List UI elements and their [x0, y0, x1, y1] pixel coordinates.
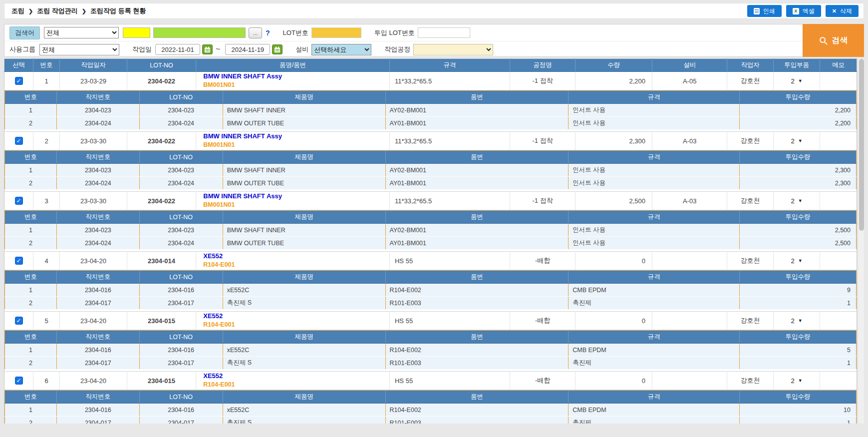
work-process-select[interactable]	[413, 44, 493, 55]
item-spec: 11*33,2*65.5	[389, 132, 510, 150]
breadcrumb-item-section[interactable]: 조립 작업관리	[37, 6, 78, 15]
component-order-no[interactable]: 2304-023	[57, 164, 139, 177]
row-checkbox[interactable]: ✓	[15, 317, 23, 325]
input-parts-toggle[interactable]: 2 ▼	[788, 317, 805, 325]
scrollbar-thumb[interactable]	[859, 59, 864, 231]
component-name[interactable]: 촉진제 S	[223, 357, 385, 370]
select-cell: ✓	[4, 252, 33, 270]
component-order-no[interactable]: 2304-017	[57, 417, 139, 424]
item-name[interactable]: XE552	[203, 252, 386, 261]
component-row: 2 2304-017 2304-017 촉진제 S R101-E003 촉진제 …	[5, 297, 857, 310]
component-order-no[interactable]: 2304-024	[57, 177, 139, 190]
process-name: -1 접착	[510, 132, 576, 150]
component-lot-no[interactable]: 2304-024	[139, 237, 223, 250]
component-spec: 인서트 사용	[569, 164, 740, 177]
component-name[interactable]: BMW OUTER TUBE	[223, 237, 385, 250]
user-group-select[interactable]: 전체	[39, 44, 119, 55]
lot-no[interactable]: 2304-015	[127, 372, 196, 390]
chevron-down-icon: ▼	[798, 138, 803, 143]
component-name[interactable]: BMW OUTER TUBE	[223, 117, 385, 130]
component-name[interactable]: xE552C	[223, 284, 385, 297]
help-icon[interactable]: ?	[266, 29, 270, 37]
row-checkbox[interactable]: ✓	[15, 137, 23, 145]
lot-no[interactable]: 2304-022	[127, 192, 196, 210]
component-lot-no[interactable]: 2304-017	[139, 357, 223, 370]
component-table: 번호작지번호LOT-NO제품명품번규격투입수량 1 2304-016 2304-…	[4, 270, 857, 310]
vertical-scrollbar[interactable]	[858, 58, 864, 424]
component-row: 1 2304-016 2304-016 xE552C R104-E002 CMB…	[5, 284, 857, 297]
lookup-button[interactable]: ...	[249, 27, 262, 38]
keyword-select[interactable]: 전체	[44, 27, 119, 38]
date-to-input[interactable]	[225, 44, 270, 55]
component-order-no[interactable]: 2304-016	[57, 404, 139, 417]
calendar-icon[interactable]	[272, 44, 283, 54]
lot-no[interactable]: 2304-014	[127, 252, 196, 270]
component-lot-no[interactable]: 2304-016	[139, 344, 223, 357]
item-name[interactable]: BMW INNER SHAFT Assy	[203, 132, 386, 141]
item-part-no: BM001N01	[203, 201, 386, 209]
input-parts-toggle[interactable]: 2 ▼	[788, 197, 805, 205]
item-name[interactable]: XE552	[203, 312, 386, 321]
component-spec: 인서트 사용	[569, 117, 740, 130]
component-name[interactable]: BMW SHAFT INNER	[223, 164, 385, 177]
item-name[interactable]: BMW INNER SHAFT Assy	[203, 72, 386, 81]
component-order-no[interactable]: 2304-016	[57, 344, 139, 357]
component-order-no[interactable]: 2304-024	[57, 237, 139, 250]
component-lot-no[interactable]: 2304-023	[139, 224, 223, 237]
component-lot-no[interactable]: 2304-017	[139, 417, 223, 424]
col-header-date: 작업일자	[60, 59, 127, 72]
sub-col-header: 제품명	[223, 331, 385, 344]
delete-button[interactable]: ✕ 삭제	[826, 5, 859, 17]
component-name[interactable]: BMW OUTER TUBE	[223, 177, 385, 190]
calendar-icon[interactable]	[202, 44, 213, 54]
item-name[interactable]: XE552	[203, 372, 386, 381]
filter-row-2: 사용그룹 전체 작업일 ~ 설비 선택하세요 작업공정	[4, 41, 864, 57]
keyword-code-input[interactable]	[123, 27, 150, 38]
component-lot-no[interactable]: 2304-017	[139, 297, 223, 310]
component-lot-no[interactable]: 2304-023	[139, 164, 223, 177]
component-order-no[interactable]: 2304-017	[57, 357, 139, 370]
component-name[interactable]: xE552C	[223, 344, 385, 357]
search-button[interactable]: 검색	[803, 24, 864, 57]
row-checkbox[interactable]: ✓	[15, 77, 23, 85]
row-checkbox[interactable]: ✓	[15, 377, 23, 385]
date-from-input[interactable]	[155, 44, 200, 55]
excel-button[interactable]: X 엑셀	[786, 5, 821, 17]
input-parts-toggle[interactable]: 2 ▼	[788, 377, 805, 385]
component-name[interactable]: 촉진제 S	[223, 297, 385, 310]
keyword-name-input[interactable]	[153, 27, 246, 38]
item-part-no: R104-E001	[203, 381, 386, 389]
component-lot-no[interactable]: 2304-023	[139, 104, 223, 117]
lot-no[interactable]: 2304-015	[127, 312, 196, 330]
component-order-no[interactable]: 2304-016	[57, 284, 139, 297]
item-cell: XE552 R104-E001	[196, 372, 390, 390]
component-name[interactable]: xE552C	[223, 404, 385, 417]
component-order-no[interactable]: 2304-017	[57, 297, 139, 310]
component-lot-no[interactable]: 2304-024	[139, 177, 223, 190]
component-name[interactable]: 촉진제 S	[223, 417, 385, 424]
lot-no[interactable]: 2304-022	[127, 132, 196, 150]
row-checkbox[interactable]: ✓	[15, 197, 23, 205]
equipment-select[interactable]: 선택하세요	[311, 44, 371, 55]
equipment: A-05	[652, 72, 727, 90]
print-button[interactable]: 인쇄	[747, 5, 782, 17]
lot-no[interactable]: 2304-022	[127, 72, 196, 90]
lot-input[interactable]	[311, 27, 361, 38]
input-parts-toggle[interactable]: 2 ▼	[788, 77, 805, 85]
component-name[interactable]: BMW SHAFT INNER	[223, 104, 385, 117]
input-parts-toggle[interactable]: 2 ▼	[788, 137, 805, 145]
component-order-no[interactable]: 2304-023	[57, 104, 139, 117]
component-lot-no[interactable]: 2304-024	[139, 117, 223, 130]
component-name[interactable]: BMW SHAFT INNER	[223, 224, 385, 237]
item-name[interactable]: BMW INNER SHAFT Assy	[203, 192, 386, 201]
component-order-no[interactable]: 2304-023	[57, 224, 139, 237]
component-lot-no[interactable]: 2304-016	[139, 404, 223, 417]
input-lot-input[interactable]	[418, 27, 470, 38]
component-lot-no[interactable]: 2304-016	[139, 284, 223, 297]
row-checkbox[interactable]: ✓	[15, 257, 23, 265]
sub-col-header: 제품명	[223, 91, 385, 104]
work-table-body: ✓ 1 23-03-29 2304-022 BMW INNER SHAFT As…	[4, 72, 857, 424]
input-parts-toggle[interactable]: 2 ▼	[788, 257, 805, 265]
breadcrumb-item-module[interactable]: 조립	[11, 6, 24, 15]
component-order-no[interactable]: 2304-024	[57, 117, 139, 130]
